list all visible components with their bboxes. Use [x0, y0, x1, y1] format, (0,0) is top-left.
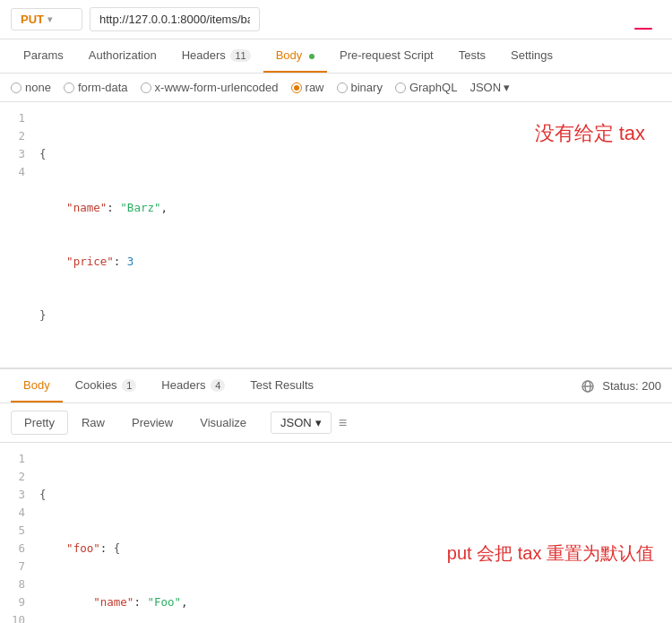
resp-format-chevron-icon: ▾ — [315, 416, 322, 429]
resp-tab-testresults[interactable]: Test Results — [237, 369, 326, 402]
radio-formdata-icon — [64, 82, 74, 93]
headers-badge: 11 — [230, 49, 250, 62]
resp-code-content[interactable]: { "foo": { "name": "Foo", "price": 50.2 … — [32, 450, 672, 623]
body-type-graphql[interactable]: GraphQL — [395, 81, 457, 94]
resp-tab-headers[interactable]: Headers 4 — [149, 369, 237, 402]
status-badge: Status: 200 — [602, 379, 661, 393]
view-tab-visualize[interactable]: Visualize — [186, 411, 260, 435]
response-code-block: 12345 678910 1112131415 1617181920 { "fo… — [0, 443, 672, 623]
view-tab-pretty[interactable]: Pretty — [11, 411, 68, 435]
format-chevron-icon: ▾ — [504, 81, 510, 94]
view-tab-raw[interactable]: Raw — [68, 411, 118, 435]
tab-body[interactable]: Body — [263, 39, 327, 73]
view-tabs-bar: Pretty Raw Preview Visualize JSON ▾ ≡ — [0, 403, 672, 443]
body-format-select[interactable]: JSON ▾ — [470, 81, 510, 94]
resp-line-numbers: 12345 678910 1112131415 1617181920 — [0, 450, 32, 623]
tab-tests[interactable]: Tests — [446, 39, 498, 73]
resp-status-area: Status: 200 — [581, 379, 661, 394]
request-tabs: Params Authorization Headers 11 Body Pre… — [0, 39, 672, 74]
filter-icon[interactable]: ≡ — [339, 415, 347, 431]
radio-raw-icon — [291, 82, 302, 93]
req-line-numbers: 1 2 3 4 — [0, 109, 32, 360]
tab-headers[interactable]: Headers 11 — [169, 39, 263, 73]
tab-authorization[interactable]: Authorization — [76, 39, 169, 73]
tab-params[interactable]: Params — [11, 39, 76, 73]
response-format-select[interactable]: JSON ▾ — [271, 411, 332, 434]
request-code-block[interactable]: 1 2 3 4 { "name": "Barz", "price": 3 } — [0, 102, 672, 368]
body-type-none[interactable]: none — [11, 81, 51, 94]
body-type-urlencoded[interactable]: x-www-form-urlencoded — [141, 81, 279, 94]
request-editor: 1 2 3 4 { "name": "Barz", "price": 3 } 没… — [0, 102, 672, 368]
radio-urlencoded-icon — [141, 82, 151, 93]
response-tabs-bar: Body Cookies 1 Headers 4 Test Results St… — [0, 368, 672, 403]
radio-binary-icon — [337, 82, 348, 93]
body-dot-icon — [309, 54, 314, 59]
body-type-binary[interactable]: binary — [337, 81, 383, 94]
cookies-badge: 1 — [122, 379, 136, 392]
tab-settings[interactable]: Settings — [498, 39, 565, 73]
resp-tab-body[interactable]: Body — [11, 369, 63, 402]
radio-graphql-icon — [395, 82, 406, 93]
body-type-raw[interactable]: raw — [291, 81, 324, 94]
globe-icon — [581, 379, 595, 394]
resp-tab-cookies[interactable]: Cookies 1 — [63, 369, 150, 402]
method-chevron-icon: ▾ — [47, 14, 52, 24]
tab-prerequest[interactable]: Pre-request Script — [327, 39, 446, 73]
radio-none-icon — [11, 82, 22, 93]
body-type-formdata[interactable]: form-data — [64, 81, 128, 94]
method-selector[interactable]: PUT ▾ — [11, 8, 82, 30]
body-type-row: none form-data x-www-form-urlencoded raw… — [0, 74, 672, 102]
req-code-content[interactable]: { "name": "Barz", "price": 3 } — [32, 109, 672, 360]
method-label: PUT — [21, 13, 44, 26]
view-tab-preview[interactable]: Preview — [118, 411, 186, 435]
request-bar: PUT ▾ — [0, 0, 672, 39]
url-input[interactable] — [90, 7, 260, 31]
response-code[interactable]: 12345 678910 1112131415 1617181920 { "fo… — [0, 443, 672, 623]
resp-headers-badge: 4 — [211, 379, 225, 392]
url-wrapper — [90, 7, 661, 31]
